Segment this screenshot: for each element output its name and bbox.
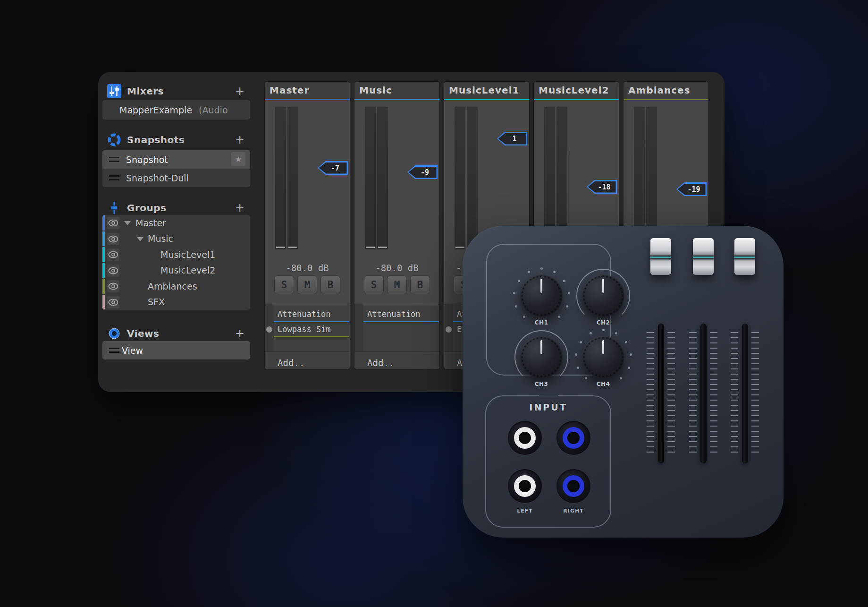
add-effect-button[interactable]: Add.. bbox=[367, 358, 394, 368]
input-jack-right-bottom[interactable] bbox=[556, 469, 590, 503]
foldout-triangle[interactable] bbox=[124, 221, 131, 225]
snapshot-item[interactable]: Snapshot-Dull bbox=[102, 169, 250, 187]
volume-fader-handle[interactable]: -18 bbox=[587, 180, 617, 194]
drag-handle-icon bbox=[109, 157, 119, 162]
knob-pointer bbox=[540, 279, 542, 293]
effect-name: E bbox=[457, 325, 462, 334]
knob-body[interactable] bbox=[582, 274, 624, 317]
effect-slot-lowpass[interactable]: Lowpass Sim bbox=[265, 322, 350, 337]
right-channel-label: RIGHT bbox=[556, 508, 590, 514]
add-effect-row[interactable]: Add.. bbox=[354, 351, 439, 369]
fader-cap[interactable] bbox=[734, 238, 755, 275]
led-indicator bbox=[741, 295, 749, 302]
volume-db-readout[interactable]: -80.0 dB bbox=[354, 263, 439, 273]
group-row-musiclevel2[interactable]: MusicLevel2 bbox=[102, 263, 250, 279]
solo-button[interactable]: S bbox=[274, 275, 294, 294]
channel-strip-master: Master -7 -80.0 dB S M B Attenuation bbox=[265, 82, 350, 369]
hardware-mixer-panel: CH1 CH2 CH3 CH4 INPUT LEFT bbox=[463, 226, 784, 538]
fader-track[interactable] bbox=[742, 324, 748, 463]
add-mixer-button[interactable]: + bbox=[234, 85, 245, 98]
group-row-music[interactable]: Music bbox=[102, 231, 250, 247]
fader-track[interactable] bbox=[658, 324, 664, 463]
level-meter-right bbox=[377, 107, 388, 249]
knob-body[interactable] bbox=[582, 336, 624, 378]
mixers-section-title: Mixers bbox=[127, 85, 164, 97]
fader-cap[interactable] bbox=[693, 238, 714, 275]
add-snapshot-button[interactable]: + bbox=[234, 133, 245, 146]
input-section-title: INPUT bbox=[486, 402, 610, 412]
fader-cap[interactable] bbox=[650, 238, 671, 275]
fader-tick-marks bbox=[731, 332, 738, 456]
visibility-toggle[interactable] bbox=[107, 233, 119, 245]
knob-label: CH3 bbox=[520, 381, 563, 387]
foldout-triangle[interactable] bbox=[137, 237, 143, 241]
fader-tick-marks bbox=[689, 332, 697, 456]
group-accent-bar bbox=[624, 99, 708, 100]
input-jack-left-top[interactable] bbox=[508, 421, 542, 455]
views-list: View bbox=[102, 341, 250, 359]
led-indicator bbox=[741, 281, 749, 288]
input-jack-right-top[interactable] bbox=[556, 421, 590, 455]
drag-handle-icon bbox=[109, 175, 119, 180]
strip-header[interactable]: MusicLevel1 bbox=[444, 82, 529, 99]
effect-bullet-icon bbox=[446, 326, 452, 333]
led-indicator bbox=[699, 281, 708, 288]
visibility-toggle[interactable] bbox=[107, 265, 119, 277]
eye-icon bbox=[108, 299, 119, 306]
strip-header[interactable]: MusicLevel2 bbox=[534, 82, 619, 99]
group-row-musiclevel1[interactable]: MusicLevel1 bbox=[102, 247, 250, 263]
visibility-toggle[interactable] bbox=[107, 217, 119, 229]
volume-fader-handle[interactable]: -19 bbox=[676, 182, 707, 196]
strip-header[interactable]: Music bbox=[354, 82, 439, 99]
favorite-star-button[interactable]: ★ bbox=[231, 152, 245, 166]
group-accent-bar bbox=[444, 99, 529, 100]
add-effect-row[interactable]: Add.. bbox=[265, 351, 350, 369]
add-view-button[interactable]: + bbox=[234, 327, 245, 340]
strip-title: Ambiances bbox=[624, 82, 708, 96]
mixers-section-header: Mixers bbox=[107, 84, 164, 99]
volume-fader-handle[interactable]: -9 bbox=[407, 165, 438, 179]
volume-fader-handle[interactable]: -7 bbox=[318, 161, 348, 175]
mixer-item-mapperexample[interactable]: MapperExample (Audio bbox=[102, 100, 250, 120]
group-row-sfx[interactable]: SFX bbox=[102, 294, 250, 310]
volume-db-readout[interactable]: -80.0 dB bbox=[265, 263, 350, 273]
effect-bullet-icon bbox=[266, 326, 272, 333]
add-group-button[interactable]: + bbox=[234, 201, 245, 214]
bypass-button[interactable]: B bbox=[320, 275, 340, 294]
fader-tick-marks bbox=[751, 332, 759, 456]
visibility-toggle[interactable] bbox=[107, 248, 119, 261]
visibility-toggle[interactable] bbox=[107, 296, 119, 308]
add-effect-button[interactable]: Add.. bbox=[278, 358, 304, 368]
group-accent-bar bbox=[354, 99, 439, 100]
led-indicator bbox=[741, 308, 749, 315]
strip-title: MusicLevel1 bbox=[444, 82, 529, 96]
effect-name: Attenuation bbox=[367, 309, 421, 319]
group-row-ambiances[interactable]: Ambiances bbox=[102, 278, 250, 294]
visibility-toggle[interactable] bbox=[107, 280, 119, 292]
fader-track[interactable] bbox=[700, 324, 707, 463]
knob-body[interactable] bbox=[520, 336, 563, 378]
mute-button[interactable]: M bbox=[387, 275, 407, 294]
group-row-master[interactable]: Master bbox=[102, 215, 250, 231]
snapshot-item-selected[interactable]: Snapshot ★ bbox=[102, 150, 250, 169]
effect-slot-attenuation[interactable]: Attenuation bbox=[354, 307, 439, 322]
volume-fader-handle[interactable]: 1 bbox=[497, 132, 527, 145]
fader-tick-marks bbox=[710, 332, 717, 456]
input-jack-left-bottom[interactable] bbox=[508, 469, 542, 503]
bypass-button[interactable]: B bbox=[410, 275, 430, 294]
effect-slot-attenuation[interactable]: Attenuation bbox=[265, 307, 350, 322]
mixer-suffix: (Audio bbox=[199, 105, 228, 115]
drag-handle-icon bbox=[109, 348, 119, 353]
mute-button[interactable]: M bbox=[297, 275, 317, 294]
strip-header[interactable]: Ambiances bbox=[624, 82, 708, 99]
strip-header[interactable]: Master bbox=[265, 82, 350, 99]
groups-section-title: Groups bbox=[127, 202, 166, 214]
view-item-selected[interactable]: View bbox=[102, 341, 250, 359]
knob-label: CH4 bbox=[582, 381, 624, 387]
knob-body[interactable] bbox=[520, 274, 563, 317]
led-indicator bbox=[657, 281, 665, 288]
group-name: Ambiances bbox=[148, 281, 197, 291]
solo-button[interactable]: S bbox=[364, 275, 384, 294]
group-color-bar bbox=[102, 295, 105, 310]
level-meter-left bbox=[275, 107, 286, 249]
